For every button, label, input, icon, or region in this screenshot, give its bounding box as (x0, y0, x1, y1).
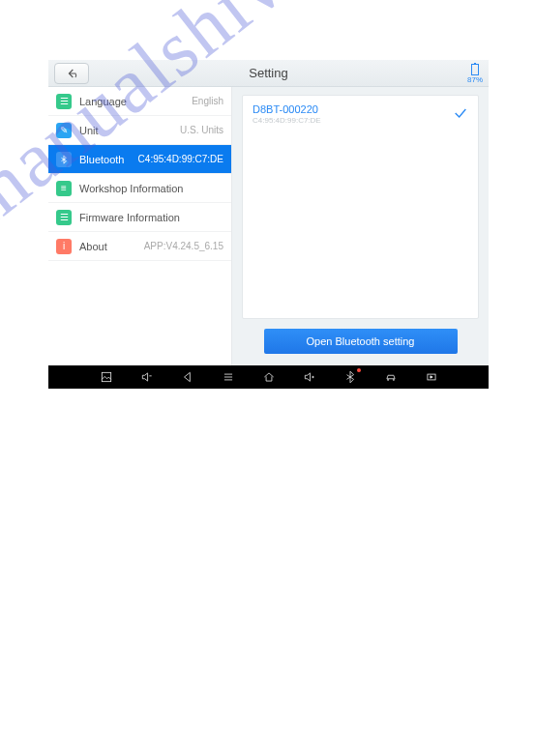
device-row[interactable]: D8BT-000220 C4:95:4D:99:C7:DE (253, 102, 468, 127)
sidebar-item-workshop[interactable]: ≡ Workshop Information (48, 174, 231, 203)
main-panel: D8BT-000220 C4:95:4D:99:C7:DE Open Bluet… (232, 87, 489, 365)
body: ☰ Language English ✎ Unit U.S. Units Blu… (48, 87, 489, 365)
back-arrow-icon (64, 66, 79, 81)
sidebar-item-label: About (79, 241, 107, 252)
back-button[interactable] (54, 63, 89, 84)
svg-rect-0 (102, 372, 110, 381)
nav-home-icon[interactable] (261, 369, 277, 385)
workshop-icon: ≡ (56, 181, 72, 196)
battery-pct: 87% (467, 75, 483, 84)
sidebar-item-value: APP:V4.24.5_6.15 (144, 241, 223, 251)
volume-up-icon[interactable] (302, 369, 317, 385)
device-name: D8BT-000220 (253, 103, 321, 115)
nav-back-icon[interactable] (180, 369, 195, 385)
sidebar-item-value: C4:95:4D:99:C7:DE (138, 154, 223, 164)
sidebar-item-label: Unit (79, 125, 99, 136)
titlebar: Setting 87% (48, 60, 489, 87)
sidebar-item-unit[interactable]: ✎ Unit U.S. Units (48, 116, 231, 145)
sidebar-item-label: Bluetooth (79, 154, 124, 165)
sidebar-item-language[interactable]: ☰ Language English (48, 87, 231, 116)
info-icon: i (56, 239, 72, 254)
vehicle-icon[interactable] (383, 369, 399, 385)
volume-down-icon[interactable] (139, 369, 155, 385)
device-list: D8BT-000220 C4:95:4D:99:C7:DE (242, 95, 479, 319)
sidebar-item-bluetooth[interactable]: Bluetooth C4:95:4D:99:C7:DE (48, 145, 231, 174)
check-icon (453, 105, 468, 124)
sidebar-item-label: Firmware Information (79, 212, 180, 223)
sidebar-item-value: U.S. Units (180, 125, 223, 135)
bluetooth-icon (56, 152, 72, 167)
open-bluetooth-button[interactable]: Open Bluetooth setting (264, 329, 458, 354)
bluetooth-status-icon[interactable] (342, 369, 358, 385)
nav-menu-icon[interactable] (221, 369, 236, 385)
battery-icon (471, 64, 479, 75)
device-text: D8BT-000220 C4:95:4D:99:C7:DE (253, 103, 321, 125)
sidebar-item-label: Workshop Information (79, 183, 183, 194)
device-mac: C4:95:4D:99:C7:DE (253, 116, 321, 125)
battery-indicator: 87% (467, 64, 483, 84)
system-navbar (48, 365, 489, 389)
gallery-icon[interactable] (99, 369, 114, 385)
page-title: Setting (48, 66, 489, 80)
ruler-icon: ✎ (56, 123, 72, 138)
firmware-icon: ☰ (56, 210, 72, 225)
sidebar-item-firmware[interactable]: ☰ Firmware Information (48, 203, 231, 232)
globe-icon: ☰ (56, 94, 72, 109)
sidebar-item-value: English (192, 96, 223, 106)
sidebar: ☰ Language English ✎ Unit U.S. Units Blu… (48, 87, 232, 365)
sidebar-item-label: Language (79, 96, 127, 107)
screenshot-icon[interactable] (424, 369, 439, 385)
settings-window: Setting 87% ☰ Language English ✎ Unit U.… (48, 60, 489, 389)
sidebar-item-about[interactable]: i About APP:V4.24.5_6.15 (48, 232, 231, 261)
